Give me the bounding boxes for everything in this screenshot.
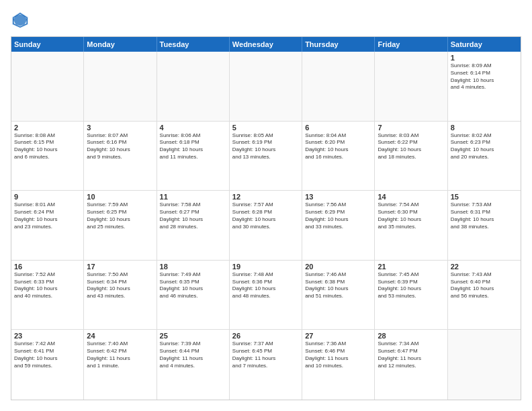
day-number: 13	[305, 193, 371, 201]
calendar-row: 2Sunrise: 8:08 AM Sunset: 6:15 PM Daylig…	[11, 122, 521, 191]
calendar-cell	[11, 52, 84, 121]
calendar-cell: 10Sunrise: 7:59 AM Sunset: 6:25 PM Dayli…	[84, 191, 157, 260]
day-info: Sunrise: 7:53 AM Sunset: 6:31 PM Dayligh…	[451, 201, 518, 230]
day-number: 17	[87, 263, 153, 271]
day-info: Sunrise: 7:42 AM Sunset: 6:41 PM Dayligh…	[14, 340, 81, 369]
day-number: 6	[305, 124, 371, 132]
day-info: Sunrise: 7:56 AM Sunset: 6:29 PM Dayligh…	[305, 201, 371, 230]
calendar-cell: 12Sunrise: 7:57 AM Sunset: 6:28 PM Dayli…	[230, 191, 302, 260]
day-number: 24	[87, 332, 153, 340]
day-number: 18	[160, 263, 226, 271]
day-number: 20	[305, 263, 371, 271]
day-number: 25	[160, 332, 226, 340]
calendar-body: 1Sunrise: 8:09 AM Sunset: 6:14 PM Daylig…	[11, 52, 521, 400]
weekday-header: Sunday	[11, 37, 84, 52]
day-info: Sunrise: 7:39 AM Sunset: 6:44 PM Dayligh…	[160, 340, 226, 369]
calendar-cell: 11Sunrise: 7:58 AM Sunset: 6:27 PM Dayli…	[157, 191, 230, 260]
day-number: 2	[14, 124, 81, 132]
calendar-row: 23Sunrise: 7:42 AM Sunset: 6:41 PM Dayli…	[11, 330, 521, 400]
day-info: Sunrise: 7:40 AM Sunset: 6:42 PM Dayligh…	[87, 340, 153, 369]
calendar-cell: 3Sunrise: 8:07 AM Sunset: 6:16 PM Daylig…	[84, 122, 157, 191]
header	[11, 11, 521, 30]
day-info: Sunrise: 7:58 AM Sunset: 6:27 PM Dayligh…	[160, 201, 226, 230]
day-info: Sunrise: 8:04 AM Sunset: 6:20 PM Dayligh…	[305, 132, 371, 161]
day-number: 1	[451, 54, 518, 62]
calendar-row: 9Sunrise: 8:01 AM Sunset: 6:24 PM Daylig…	[11, 191, 521, 261]
day-number: 22	[451, 263, 518, 271]
calendar-row: 1Sunrise: 8:09 AM Sunset: 6:14 PM Daylig…	[11, 52, 521, 122]
calendar-cell: 21Sunrise: 7:45 AM Sunset: 6:39 PM Dayli…	[375, 261, 447, 330]
day-number: 7	[378, 124, 444, 132]
day-info: Sunrise: 8:06 AM Sunset: 6:18 PM Dayligh…	[160, 132, 226, 161]
day-number: 12	[232, 193, 299, 201]
calendar-cell: 4Sunrise: 8:06 AM Sunset: 6:18 PM Daylig…	[157, 122, 230, 191]
weekday-header: Thursday	[302, 37, 375, 52]
calendar-cell	[375, 52, 447, 121]
calendar-cell: 15Sunrise: 7:53 AM Sunset: 6:31 PM Dayli…	[448, 191, 521, 260]
weekday-header: Tuesday	[157, 37, 230, 52]
calendar-cell: 5Sunrise: 8:05 AM Sunset: 6:19 PM Daylig…	[230, 122, 302, 191]
calendar-cell: 6Sunrise: 8:04 AM Sunset: 6:20 PM Daylig…	[302, 122, 375, 191]
calendar-cell	[302, 52, 375, 121]
day-number: 23	[14, 332, 81, 340]
calendar: SundayMondayTuesdayWednesdayThursdayFrid…	[11, 36, 521, 400]
weekday-header: Friday	[375, 37, 447, 52]
calendar-cell: 17Sunrise: 7:50 AM Sunset: 6:34 PM Dayli…	[84, 261, 157, 330]
calendar-row: 16Sunrise: 7:52 AM Sunset: 6:33 PM Dayli…	[11, 261, 521, 330]
calendar-cell	[230, 52, 302, 121]
calendar-cell: 2Sunrise: 8:08 AM Sunset: 6:15 PM Daylig…	[11, 122, 84, 191]
day-info: Sunrise: 8:08 AM Sunset: 6:15 PM Dayligh…	[14, 132, 81, 161]
day-info: Sunrise: 8:07 AM Sunset: 6:16 PM Dayligh…	[87, 132, 153, 161]
calendar-cell: 16Sunrise: 7:52 AM Sunset: 6:33 PM Dayli…	[11, 261, 84, 330]
day-info: Sunrise: 7:59 AM Sunset: 6:25 PM Dayligh…	[87, 201, 153, 230]
day-number: 4	[160, 124, 226, 132]
calendar-cell: 8Sunrise: 8:02 AM Sunset: 6:23 PM Daylig…	[448, 122, 521, 191]
day-info: Sunrise: 7:49 AM Sunset: 6:35 PM Dayligh…	[160, 271, 226, 300]
logo	[11, 11, 32, 30]
day-info: Sunrise: 7:34 AM Sunset: 6:47 PM Dayligh…	[378, 340, 444, 369]
day-number: 28	[378, 332, 444, 340]
day-info: Sunrise: 8:02 AM Sunset: 6:23 PM Dayligh…	[451, 132, 518, 161]
calendar-cell: 18Sunrise: 7:49 AM Sunset: 6:35 PM Dayli…	[157, 261, 230, 330]
calendar-cell: 23Sunrise: 7:42 AM Sunset: 6:41 PM Dayli…	[11, 330, 84, 400]
day-info: Sunrise: 7:50 AM Sunset: 6:34 PM Dayligh…	[87, 271, 153, 300]
day-info: Sunrise: 8:05 AM Sunset: 6:19 PM Dayligh…	[232, 132, 299, 161]
day-info: Sunrise: 7:37 AM Sunset: 6:45 PM Dayligh…	[232, 340, 299, 369]
day-info: Sunrise: 8:01 AM Sunset: 6:24 PM Dayligh…	[14, 201, 81, 230]
calendar-cell	[448, 330, 521, 400]
day-info: Sunrise: 7:36 AM Sunset: 6:46 PM Dayligh…	[305, 340, 371, 369]
calendar-cell: 24Sunrise: 7:40 AM Sunset: 6:42 PM Dayli…	[84, 330, 157, 400]
weekday-header: Wednesday	[230, 37, 302, 52]
day-info: Sunrise: 7:54 AM Sunset: 6:30 PM Dayligh…	[378, 201, 444, 230]
day-info: Sunrise: 8:03 AM Sunset: 6:22 PM Dayligh…	[378, 132, 444, 161]
day-number: 5	[232, 124, 299, 132]
day-number: 15	[451, 193, 518, 201]
day-number: 14	[378, 193, 444, 201]
page: SundayMondayTuesdayWednesdayThursdayFrid…	[0, 0, 532, 411]
calendar-cell: 13Sunrise: 7:56 AM Sunset: 6:29 PM Dayli…	[302, 191, 375, 260]
day-info: Sunrise: 7:45 AM Sunset: 6:39 PM Dayligh…	[378, 271, 444, 300]
calendar-cell: 14Sunrise: 7:54 AM Sunset: 6:30 PM Dayli…	[375, 191, 447, 260]
day-number: 9	[14, 193, 81, 201]
calendar-cell: 19Sunrise: 7:48 AM Sunset: 6:36 PM Dayli…	[230, 261, 302, 330]
logo-icon	[11, 11, 30, 30]
calendar-cell: 28Sunrise: 7:34 AM Sunset: 6:47 PM Dayli…	[375, 330, 447, 400]
day-number: 11	[160, 193, 226, 201]
day-info: Sunrise: 7:48 AM Sunset: 6:36 PM Dayligh…	[232, 271, 299, 300]
calendar-cell: 25Sunrise: 7:39 AM Sunset: 6:44 PM Dayli…	[157, 330, 230, 400]
weekday-header: Saturday	[448, 37, 521, 52]
day-number: 27	[305, 332, 371, 340]
calendar-cell	[157, 52, 230, 121]
day-info: Sunrise: 7:52 AM Sunset: 6:33 PM Dayligh…	[14, 271, 81, 300]
calendar-cell: 7Sunrise: 8:03 AM Sunset: 6:22 PM Daylig…	[375, 122, 447, 191]
day-info: Sunrise: 7:46 AM Sunset: 6:38 PM Dayligh…	[305, 271, 371, 300]
calendar-cell: 9Sunrise: 8:01 AM Sunset: 6:24 PM Daylig…	[11, 191, 84, 260]
calendar-cell: 20Sunrise: 7:46 AM Sunset: 6:38 PM Dayli…	[302, 261, 375, 330]
calendar-cell	[84, 52, 157, 121]
calendar-cell: 22Sunrise: 7:43 AM Sunset: 6:40 PM Dayli…	[448, 261, 521, 330]
day-info: Sunrise: 7:57 AM Sunset: 6:28 PM Dayligh…	[232, 201, 299, 230]
day-number: 26	[232, 332, 299, 340]
calendar-cell: 1Sunrise: 8:09 AM Sunset: 6:14 PM Daylig…	[448, 52, 521, 121]
day-number: 19	[232, 263, 299, 271]
calendar-header: SundayMondayTuesdayWednesdayThursdayFrid…	[11, 37, 521, 52]
